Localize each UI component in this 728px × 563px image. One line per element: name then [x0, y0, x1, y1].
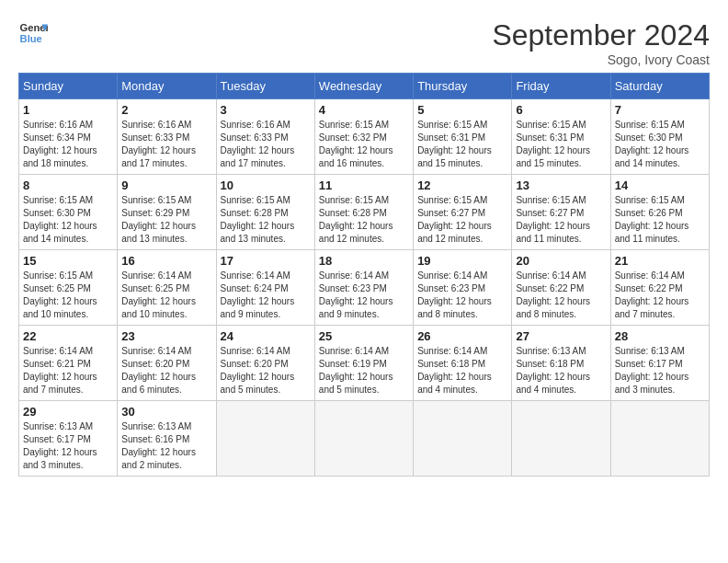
calendar-day-cell: 18Sunrise: 6:14 AMSunset: 6:23 PMDayligh… [314, 250, 413, 326]
calendar-day-cell: 16Sunrise: 6:14 AMSunset: 6:25 PMDayligh… [118, 250, 216, 326]
calendar-day-cell: 12Sunrise: 6:15 AMSunset: 6:27 PMDayligh… [414, 175, 512, 250]
day-number: 27 [516, 329, 606, 343]
calendar-day-cell: 30Sunrise: 6:13 AMSunset: 6:16 PMDayligh… [118, 401, 216, 477]
calendar-body: 1Sunrise: 6:16 AMSunset: 6:34 PMDaylight… [19, 99, 710, 477]
calendar-day-cell: 1Sunrise: 6:16 AMSunset: 6:34 PMDaylight… [19, 99, 118, 175]
day-number: 11 [319, 178, 409, 192]
calendar-day-cell: 29Sunrise: 6:13 AMSunset: 6:17 PMDayligh… [19, 401, 118, 477]
calendar-day-cell: 7Sunrise: 6:15 AMSunset: 6:30 PMDaylight… [610, 99, 709, 175]
calendar-day-cell: 8Sunrise: 6:15 AMSunset: 6:30 PMDaylight… [19, 175, 118, 250]
day-number: 20 [516, 254, 606, 268]
weekday-header-cell: Saturday [610, 74, 709, 99]
calendar-day-cell: 9Sunrise: 6:15 AMSunset: 6:29 PMDaylight… [118, 175, 216, 250]
calendar-day-cell [414, 401, 512, 477]
day-info: Sunrise: 6:15 AMSunset: 6:28 PMDaylight:… [221, 194, 311, 246]
day-number: 18 [319, 254, 409, 268]
calendar-day-cell: 24Sunrise: 6:14 AMSunset: 6:20 PMDayligh… [216, 326, 314, 401]
calendar-day-cell [512, 401, 610, 477]
calendar-week-row: 8Sunrise: 6:15 AMSunset: 6:30 PMDaylight… [19, 175, 710, 250]
calendar-week-row: 29Sunrise: 6:13 AMSunset: 6:17 PMDayligh… [19, 401, 710, 477]
calendar-day-cell: 2Sunrise: 6:16 AMSunset: 6:33 PMDaylight… [118, 99, 216, 175]
day-number: 4 [319, 103, 409, 117]
calendar-day-cell: 10Sunrise: 6:15 AMSunset: 6:28 PMDayligh… [216, 175, 314, 250]
day-info: Sunrise: 6:14 AMSunset: 6:22 PMDaylight:… [615, 270, 705, 321]
calendar-day-cell: 25Sunrise: 6:14 AMSunset: 6:19 PMDayligh… [314, 326, 413, 401]
calendar-day-cell: 20Sunrise: 6:14 AMSunset: 6:22 PMDayligh… [512, 250, 610, 326]
calendar-week-row: 22Sunrise: 6:14 AMSunset: 6:21 PMDayligh… [19, 326, 710, 401]
title-area: September 2024 Sogo, Ivory Coast [492, 18, 710, 67]
day-number: 22 [23, 329, 113, 343]
weekday-header-cell: Thursday [414, 74, 512, 99]
day-number: 29 [23, 405, 113, 419]
day-number: 21 [615, 254, 705, 268]
logo: General Blue [18, 18, 48, 48]
day-number: 14 [615, 178, 705, 192]
day-info: Sunrise: 6:16 AMSunset: 6:33 PMDaylight:… [221, 119, 311, 170]
day-number: 26 [417, 329, 507, 343]
day-number: 7 [615, 103, 705, 117]
day-info: Sunrise: 6:14 AMSunset: 6:20 PMDaylight:… [121, 345, 211, 396]
day-info: Sunrise: 6:15 AMSunset: 6:29 PMDaylight:… [121, 194, 211, 246]
day-info: Sunrise: 6:16 AMSunset: 6:34 PMDaylight:… [23, 119, 113, 170]
weekday-header-cell: Wednesday [314, 74, 413, 99]
day-info: Sunrise: 6:14 AMSunset: 6:23 PMDaylight:… [319, 270, 409, 321]
day-number: 10 [221, 178, 311, 192]
day-number: 1 [23, 103, 113, 117]
day-info: Sunrise: 6:15 AMSunset: 6:31 PMDaylight:… [417, 119, 507, 170]
calendar-day-cell: 17Sunrise: 6:14 AMSunset: 6:24 PMDayligh… [216, 250, 314, 326]
day-number: 13 [516, 178, 606, 192]
weekday-header-cell: Sunday [19, 74, 118, 99]
day-number: 24 [221, 329, 311, 343]
calendar-day-cell: 26Sunrise: 6:14 AMSunset: 6:18 PMDayligh… [414, 326, 512, 401]
day-info: Sunrise: 6:14 AMSunset: 6:18 PMDaylight:… [417, 345, 507, 396]
day-info: Sunrise: 6:14 AMSunset: 6:24 PMDaylight:… [221, 270, 311, 321]
day-number: 23 [121, 329, 211, 343]
day-info: Sunrise: 6:15 AMSunset: 6:32 PMDaylight:… [319, 119, 409, 170]
day-number: 5 [417, 103, 507, 117]
day-info: Sunrise: 6:16 AMSunset: 6:33 PMDaylight:… [121, 119, 211, 170]
day-info: Sunrise: 6:15 AMSunset: 6:27 PMDaylight:… [417, 194, 507, 246]
header: General Blue September 2024 Sogo, Ivory … [18, 18, 710, 67]
calendar-day-cell: 22Sunrise: 6:14 AMSunset: 6:21 PMDayligh… [19, 326, 118, 401]
day-info: Sunrise: 6:15 AMSunset: 6:30 PMDaylight:… [615, 119, 705, 170]
calendar-day-cell: 21Sunrise: 6:14 AMSunset: 6:22 PMDayligh… [610, 250, 709, 326]
calendar-day-cell [216, 401, 314, 477]
calendar-day-cell: 11Sunrise: 6:15 AMSunset: 6:28 PMDayligh… [314, 175, 413, 250]
day-number: 28 [615, 329, 705, 343]
weekday-header-cell: Friday [512, 74, 610, 99]
day-info: Sunrise: 6:14 AMSunset: 6:20 PMDaylight:… [221, 345, 311, 396]
day-info: Sunrise: 6:13 AMSunset: 6:17 PMDaylight:… [615, 345, 705, 396]
calendar-day-cell: 4Sunrise: 6:15 AMSunset: 6:32 PMDaylight… [314, 99, 413, 175]
calendar-day-cell: 19Sunrise: 6:14 AMSunset: 6:23 PMDayligh… [414, 250, 512, 326]
logo-icon: General Blue [18, 18, 48, 48]
calendar-week-row: 1Sunrise: 6:16 AMSunset: 6:34 PMDaylight… [19, 99, 710, 175]
day-info: Sunrise: 6:13 AMSunset: 6:18 PMDaylight:… [516, 345, 606, 396]
svg-text:Blue: Blue [20, 33, 42, 44]
day-number: 25 [319, 329, 409, 343]
calendar-table: SundayMondayTuesdayWednesdayThursdayFrid… [18, 73, 710, 477]
day-number: 15 [23, 254, 113, 268]
day-info: Sunrise: 6:14 AMSunset: 6:25 PMDaylight:… [121, 270, 211, 321]
day-number: 12 [417, 178, 507, 192]
day-number: 16 [121, 254, 211, 268]
day-info: Sunrise: 6:15 AMSunset: 6:31 PMDaylight:… [516, 119, 606, 170]
calendar-day-cell: 5Sunrise: 6:15 AMSunset: 6:31 PMDaylight… [414, 99, 512, 175]
day-info: Sunrise: 6:15 AMSunset: 6:26 PMDaylight:… [615, 194, 705, 246]
day-number: 6 [516, 103, 606, 117]
weekday-header-cell: Tuesday [216, 74, 314, 99]
day-number: 9 [121, 178, 211, 192]
day-info: Sunrise: 6:15 AMSunset: 6:27 PMDaylight:… [516, 194, 606, 246]
calendar-day-cell [610, 401, 709, 477]
calendar-day-cell: 28Sunrise: 6:13 AMSunset: 6:17 PMDayligh… [610, 326, 709, 401]
calendar-week-row: 15Sunrise: 6:15 AMSunset: 6:25 PMDayligh… [19, 250, 710, 326]
day-info: Sunrise: 6:14 AMSunset: 6:22 PMDaylight:… [516, 270, 606, 321]
day-info: Sunrise: 6:13 AMSunset: 6:16 PMDaylight:… [121, 420, 211, 472]
day-info: Sunrise: 6:14 AMSunset: 6:21 PMDaylight:… [23, 345, 113, 396]
month-title: September 2024 [492, 18, 710, 52]
location-subtitle: Sogo, Ivory Coast [492, 52, 710, 67]
day-number: 19 [417, 254, 507, 268]
calendar-day-cell: 23Sunrise: 6:14 AMSunset: 6:20 PMDayligh… [118, 326, 216, 401]
calendar-day-cell: 14Sunrise: 6:15 AMSunset: 6:26 PMDayligh… [610, 175, 709, 250]
weekday-header-cell: Monday [118, 74, 216, 99]
calendar-day-cell: 3Sunrise: 6:16 AMSunset: 6:33 PMDaylight… [216, 99, 314, 175]
